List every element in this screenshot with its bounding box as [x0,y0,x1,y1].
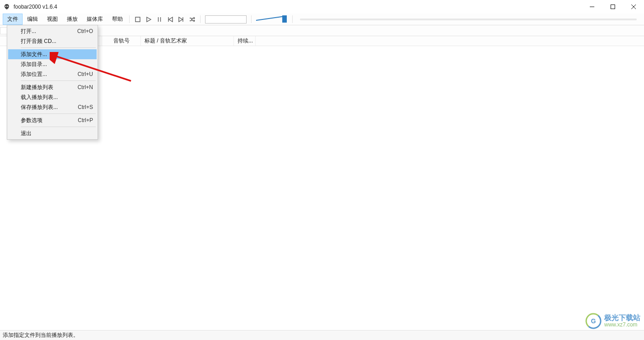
menu-item-label: 参数选项 [21,117,42,124]
volume-control[interactable] [253,14,290,25]
menu-item-label: 载入播放列表... [21,94,58,101]
menu-item-shortcut: Ctrl+U [78,71,93,77]
status-text: 添加指定文件到当前播放列表。 [3,331,79,339]
close-button[interactable] [623,0,644,13]
prev-icon[interactable] [167,16,174,23]
seek-bar[interactable] [297,14,639,25]
file-menu-exit[interactable]: 退出 [8,128,97,138]
menu-item-label: 打开音频 CD... [21,38,56,45]
menu-help[interactable]: 帮助 [107,14,127,25]
menu-playback[interactable]: 播放 [62,14,82,25]
play-icon[interactable] [145,16,152,23]
playback-toolbar [131,14,198,25]
menu-separator [21,127,96,127]
volume-thumb[interactable] [282,15,287,23]
col-title[interactable]: 标题 / 音轨艺术家 [141,36,234,46]
svg-point-1 [7,5,8,6]
volume-fill [256,16,282,20]
col-duration[interactable]: 持续... [234,36,256,46]
toolbar-separator [129,15,130,23]
col-rest [256,36,644,46]
svg-marker-7 [147,17,151,22]
menu-item-label: 新建播放列表 [21,84,53,91]
window-controls [582,0,644,13]
file-menu-save-playlist[interactable]: 保存播放列表... Ctrl+S [8,102,97,112]
toolbar-separator [292,15,293,23]
menu-separator [21,47,96,48]
app-icon [3,3,11,11]
file-menu-add-folder[interactable]: 添加目录... [8,59,97,69]
random-icon[interactable] [188,16,196,23]
maximize-button[interactable] [602,0,623,13]
menu-item-label: 添加文件... [21,51,47,58]
next-icon[interactable] [177,16,185,23]
menubar: 文件 编辑 视图 播放 媒体库 帮助 [0,14,644,25]
menu-item-label: 退出 [21,130,32,137]
menu-item-label: 打开... [21,28,36,35]
menu-item-label: 添加目录... [21,61,47,68]
stop-icon[interactable] [134,16,141,23]
menu-separator [21,113,96,114]
menu-view[interactable]: 视图 [42,14,62,25]
window-title: foobar2000 v1.6.4 [14,4,57,10]
file-menu-add-location[interactable]: 添加位置... Ctrl+U [8,69,97,79]
file-menu-dropdown: 打开... Ctrl+O 打开音频 CD... 添加文件... 添加目录... … [7,25,98,140]
file-menu-load-playlist[interactable]: 载入播放列表... [8,92,97,102]
search-toolbar [202,14,249,25]
tab-sliver [0,27,7,34]
menu-item-label: 保存播放列表... [21,104,58,111]
minimize-button[interactable] [582,0,602,13]
menu-item-label: 添加位置... [21,71,47,78]
svg-rect-3 [611,5,615,9]
menu-file[interactable]: 文件 [3,14,23,25]
search-input[interactable] [205,15,247,24]
menu-item-shortcut: Ctrl+P [78,117,93,123]
svg-marker-11 [169,17,173,22]
statusbar: 添加指定文件到当前播放列表。 [0,330,644,340]
menu-separator [21,80,96,81]
menu-item-shortcut: Ctrl+N [78,84,93,90]
svg-point-0 [5,5,6,6]
file-menu-open[interactable]: 打开... Ctrl+O [8,26,97,36]
toolbar-separator [200,15,201,23]
file-menu-new-playlist[interactable]: 新建播放列表 Ctrl+N [8,82,97,92]
menu-item-shortcut: Ctrl+O [77,28,93,34]
toolbar-separator [251,15,252,23]
seek-track [300,19,637,20]
titlebar: foobar2000 v1.6.4 [0,0,644,14]
col-track[interactable]: 音轨号 [102,36,141,46]
file-menu-add-files[interactable]: 添加文件... [8,49,97,59]
file-menu-open-cd[interactable]: 打开音频 CD... [8,36,97,46]
menu-item-shortcut: Ctrl+S [78,104,93,110]
file-menu-preferences[interactable]: 参数选项 Ctrl+P [8,115,97,125]
menu-library[interactable]: 媒体库 [82,14,107,25]
pause-icon[interactable] [156,16,163,23]
svg-rect-6 [135,17,140,22]
menu-edit[interactable]: 编辑 [23,14,42,25]
svg-marker-12 [179,17,182,22]
